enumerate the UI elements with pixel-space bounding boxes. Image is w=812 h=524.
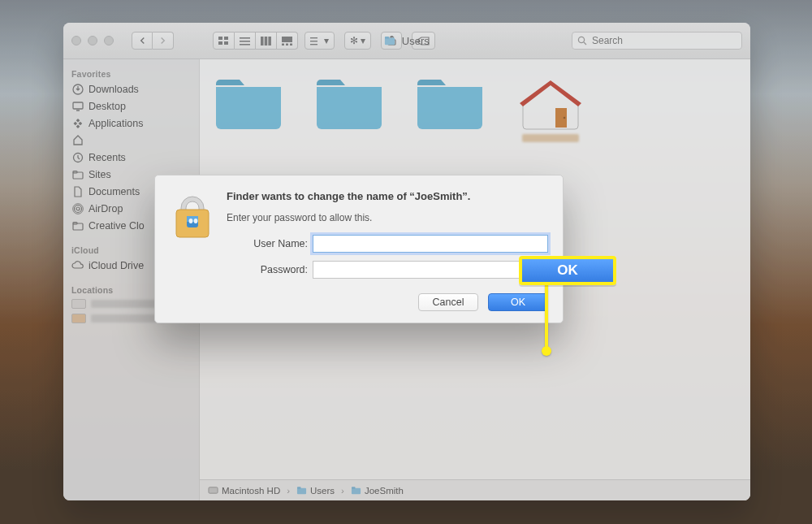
password-label: Password: (227, 264, 308, 275)
dialog-heading: Finder wants to change the name of “JoeS… (227, 190, 548, 202)
dialog-subheading: Enter your password to allow this. (227, 212, 548, 223)
auth-dialog: Finder wants to change the name of “JoeS… (154, 175, 564, 323)
annotation-callout: OK (519, 256, 616, 285)
annotation-anchor (542, 346, 551, 356)
annotation-connector (545, 284, 548, 349)
password-input[interactable] (313, 261, 548, 279)
username-input[interactable] (313, 235, 548, 253)
ok-button[interactable]: OK (488, 293, 548, 311)
svg-point-42 (194, 219, 198, 223)
svg-point-41 (189, 219, 193, 223)
username-label: User Name: (227, 238, 308, 249)
lock-icon (170, 188, 215, 244)
cancel-button[interactable]: Cancel (418, 293, 478, 311)
